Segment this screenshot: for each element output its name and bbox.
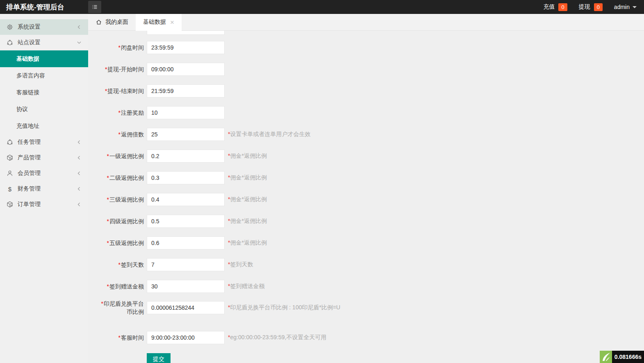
- tab-basic-data[interactable]: 基础数据 ×: [136, 14, 182, 31]
- main-panel: 我的桌面 基础数据 × *闭盘时间 *提现-开始时间 *提: [88, 14, 644, 363]
- sidebar-item-task-management[interactable]: 任务管理: [0, 134, 88, 150]
- caret-down-icon: [633, 6, 637, 8]
- recharge-label: 充值: [543, 3, 555, 11]
- sidebar-item-recharge-address[interactable]: 充值地址: [0, 118, 88, 134]
- level5-rebate-ratio-input[interactable]: [147, 236, 225, 250]
- thinkphp-logo-icon[interactable]: [600, 351, 612, 363]
- form-row: *二级返佣比例 *佣金*返佣比例: [88, 171, 644, 184]
- field-hint: *佣金*返佣比例: [228, 239, 267, 247]
- form-row: *签到赠送金额 *签到赠送金额: [88, 280, 644, 293]
- required-asterisk: *: [107, 153, 109, 159]
- register-reward-input[interactable]: [147, 106, 225, 119]
- service-time-input[interactable]: [147, 331, 225, 344]
- chevron-left-icon: [77, 155, 82, 160]
- form-row: *四级返佣比例 *佣金*返佣比例: [88, 215, 644, 228]
- chevron-left-icon: [77, 25, 82, 29]
- required-asterisk: *: [118, 44, 121, 51]
- sidebar-item-member-management[interactable]: 会员管理: [0, 166, 88, 181]
- home-icon: [96, 19, 102, 25]
- sidebar-item-basic-data[interactable]: 基础数据: [0, 50, 88, 67]
- required-asterisk: *: [107, 283, 109, 290]
- dollar-icon: $: [7, 186, 13, 193]
- sidebar-nav: 系统设置 站点设置: [0, 14, 88, 363]
- required-asterisk: *: [118, 334, 121, 341]
- member-icon: [7, 170, 13, 177]
- level4-rebate-ratio-input[interactable]: [147, 215, 225, 228]
- required-asterisk: *: [118, 131, 121, 138]
- sidebar-submenu-site-settings: 基础数据 多语言内容 客服链接 协议 充值地址: [0, 50, 88, 134]
- list-icon: [91, 4, 98, 10]
- required-asterisk: *: [105, 66, 107, 73]
- submit-button[interactable]: 提交: [147, 353, 171, 363]
- field-hint: *签到天数: [228, 261, 253, 268]
- required-asterisk: *: [107, 175, 109, 181]
- gear-icon: [7, 24, 13, 30]
- app-title: 排单系统-管理后台: [0, 2, 84, 12]
- product-icon: [7, 154, 13, 161]
- withdraw-link[interactable]: 提现 0: [579, 3, 603, 11]
- sidebar-item-site-settings[interactable]: 站点设置: [0, 35, 88, 50]
- required-asterisk: *: [101, 300, 103, 307]
- sidebar-item-product-management[interactable]: 产品管理: [0, 150, 88, 166]
- form-row: *提现-结束时间: [88, 84, 644, 98]
- level1-rebate-ratio-input[interactable]: [147, 150, 225, 163]
- withdraw-start-time-input[interactable]: [147, 63, 225, 76]
- site-icon: [7, 39, 13, 46]
- recharge-link[interactable]: 充值 0: [543, 3, 567, 11]
- closing-time-input[interactable]: [147, 41, 225, 54]
- user-menu[interactable]: admin: [614, 4, 637, 10]
- form-row: *提现-开始时间: [88, 63, 644, 76]
- field-hint: *签到赠送金额: [228, 283, 264, 290]
- sidebar-item-finance-management[interactable]: $ 财务管理: [0, 181, 88, 197]
- sidebar-item-multilanguage[interactable]: 多语言内容: [0, 67, 88, 84]
- sidebar-item-agreement[interactable]: 协议: [0, 101, 88, 118]
- form-row: *印尼盾兑换平台币比例 *印尼盾兑换平台币比例 : 100印尼盾*比例=U: [88, 299, 644, 316]
- task-icon: [7, 139, 13, 145]
- recharge-count-badge: 0: [558, 3, 567, 11]
- rebate-multiplier-input[interactable]: [147, 128, 225, 141]
- form-row: *一级返佣比例 *佣金*返佣比例: [88, 150, 644, 163]
- field-hint: *佣金*返佣比例: [228, 218, 267, 225]
- tab-desktop[interactable]: 我的桌面: [88, 14, 136, 30]
- idr-exchange-ratio-input[interactable]: [147, 301, 225, 314]
- chevron-down-icon: [77, 40, 82, 45]
- required-asterisk: *: [107, 218, 109, 225]
- withdraw-label: 提现: [579, 3, 590, 11]
- required-asterisk: *: [107, 196, 109, 203]
- trace-bar: 0.081666s: [600, 351, 644, 363]
- form-row: *签到天数 *签到天数: [88, 258, 644, 271]
- form-row: *客服时间 *eg:00:00:00-23:59:59,不设置全天可用: [88, 331, 644, 344]
- form-row: *三级返佣比例 *佣金*返佣比例: [88, 193, 644, 206]
- field-hint: *印尼盾兑换平台币比例 : 100印尼盾*比例=U: [228, 304, 340, 311]
- top-bar: 排单系统-管理后台 充值 0 提现 0: [0, 0, 644, 14]
- field-hint: *佣金*返佣比例: [228, 152, 267, 160]
- level3-rebate-ratio-input[interactable]: [147, 193, 225, 206]
- required-asterisk: *: [118, 261, 121, 268]
- required-asterisk: *: [107, 240, 109, 246]
- withdraw-count-badge: 0: [594, 3, 603, 11]
- signin-bonus-input[interactable]: [147, 280, 225, 293]
- chevron-left-icon: [77, 140, 82, 145]
- withdraw-end-time-input[interactable]: [147, 84, 225, 98]
- admin-page: 排单系统-管理后台 充值 0 提现 0: [0, 0, 644, 363]
- level2-rebate-ratio-input[interactable]: [147, 171, 225, 184]
- topbar-actions: 充值 0 提现 0 admin: [543, 3, 644, 11]
- field-hint: *佣金*返佣比例: [228, 196, 267, 203]
- username: admin: [614, 4, 630, 10]
- close-icon[interactable]: ×: [170, 19, 174, 26]
- basic-data-form-panel: *闭盘时间 *提现-开始时间 *提现-结束时间 *注册奖励 *返佣倍数: [88, 31, 644, 363]
- sidebar-item-service-links[interactable]: 客服链接: [0, 84, 88, 101]
- field-hint: *佣金*返佣比例: [228, 174, 267, 182]
- form-row: *闭盘时间: [88, 41, 644, 54]
- sidebar-item-order-management[interactable]: 订单管理: [0, 197, 88, 212]
- chevron-left-icon: [77, 186, 82, 191]
- form-row: *五级返佣比例 *佣金*返佣比例: [88, 236, 644, 250]
- tab-bar: 我的桌面 基础数据 ×: [88, 14, 644, 31]
- required-asterisk: *: [105, 88, 107, 94]
- field-hint: *eg:00:00:00-23:59:59,不设置全天可用: [228, 334, 326, 341]
- signin-days-input[interactable]: [147, 258, 225, 271]
- scrolled-cutoff-input[interactable]: [147, 31, 225, 35]
- form-row: *返佣倍数 *设置卡单或者连单用户才会生效: [88, 128, 644, 141]
- sidebar-toggle-button[interactable]: [88, 1, 101, 13]
- sidebar-item-system-settings[interactable]: 系统设置: [0, 19, 88, 35]
